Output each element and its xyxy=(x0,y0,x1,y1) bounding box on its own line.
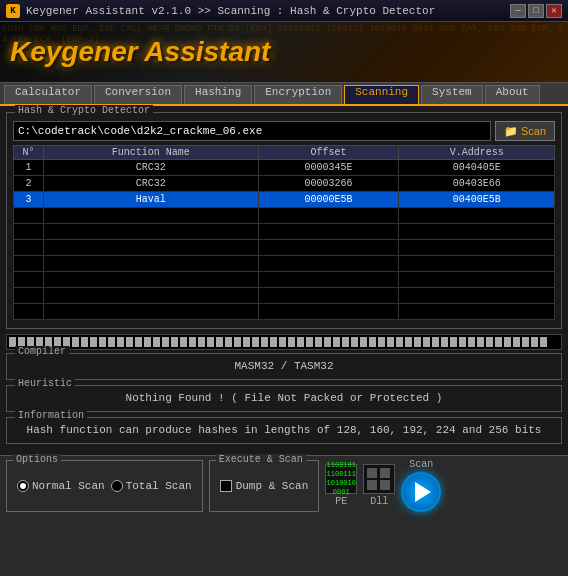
normal-scan-radio[interactable] xyxy=(17,480,29,492)
table-row-empty xyxy=(14,304,555,320)
compiler-label: Compiler xyxy=(15,346,69,357)
progress-segment xyxy=(540,337,547,347)
dll-icon xyxy=(363,464,395,494)
nav-about[interactable]: About xyxy=(485,85,540,104)
information-group: Information Hash function can produce ha… xyxy=(6,417,562,444)
options-group: Options Normal Scan Total Scan xyxy=(6,460,203,512)
execute-scan-group: Execute & Scan Dump & Scan xyxy=(209,460,320,512)
progress-segment xyxy=(459,337,466,347)
nav-hashing[interactable]: Hashing xyxy=(184,85,252,104)
progress-segment xyxy=(126,337,133,347)
filepath-input[interactable] xyxy=(13,121,491,141)
progress-segment xyxy=(414,337,421,347)
title-text: Keygener Assistant v2.1.0 >> Scanning : … xyxy=(26,5,508,17)
banner-title: Keygener Assistant xyxy=(10,36,270,68)
progress-segment xyxy=(360,337,367,347)
progress-segment xyxy=(468,337,475,347)
main-content: Hash & Crypto Detector 📁 Scan N° Functio… xyxy=(0,106,568,455)
progress-segment xyxy=(405,337,412,347)
progress-segment xyxy=(396,337,403,347)
progress-segment xyxy=(72,337,79,347)
information-value: Hash function can produce hashes in leng… xyxy=(13,422,555,438)
minimize-button[interactable]: — xyxy=(510,4,526,18)
table-row[interactable]: 3Haval00000E5B00400E5B xyxy=(14,192,555,208)
folder-icon: 📁 xyxy=(504,125,518,138)
nav-conversion[interactable]: Conversion xyxy=(94,85,182,104)
progress-segment xyxy=(297,337,304,347)
progress-segment xyxy=(108,337,115,347)
maximize-button[interactable]: □ xyxy=(528,4,544,18)
information-label: Information xyxy=(15,410,87,421)
progress-segment xyxy=(486,337,493,347)
progress-segment xyxy=(306,337,313,347)
progress-segment xyxy=(189,337,196,347)
col-n: N° xyxy=(14,146,44,160)
scan-play-box: Scan xyxy=(401,459,441,512)
pe-icon-box[interactable]: 1100101110011110100100001 PE xyxy=(325,464,357,507)
progress-segment xyxy=(423,337,430,347)
progress-segment xyxy=(243,337,250,347)
play-button[interactable] xyxy=(401,472,441,512)
progress-segment xyxy=(450,337,457,347)
progress-segment xyxy=(198,337,205,347)
progress-segment xyxy=(279,337,286,347)
nav-system[interactable]: System xyxy=(421,85,483,104)
heuristic-label: Heuristic xyxy=(15,378,75,389)
compiler-value: MASM32 / TASM32 xyxy=(13,358,555,374)
bottom-bar: Options Normal Scan Total Scan Execute &… xyxy=(0,455,568,515)
progress-segment xyxy=(207,337,214,347)
heuristic-value: Nothing Found ! ( File Not Packed or Pro… xyxy=(13,390,555,406)
progress-segment xyxy=(531,337,538,347)
scan-options: Normal Scan Total Scan xyxy=(17,480,192,492)
hash-crypto-group: Hash & Crypto Detector 📁 Scan N° Functio… xyxy=(6,112,562,329)
dump-scan-option[interactable]: Dump & Scan xyxy=(220,480,309,492)
progress-segment xyxy=(477,337,484,347)
progress-segment xyxy=(513,337,520,347)
normal-scan-option[interactable]: Normal Scan xyxy=(17,480,105,492)
table-row-empty xyxy=(14,208,555,224)
table-row[interactable]: 2CRC320000326600403E66 xyxy=(14,176,555,192)
progress-segment xyxy=(225,337,232,347)
nav-calculator[interactable]: Calculator xyxy=(4,85,92,104)
progress-segment xyxy=(171,337,178,347)
results-table: N° Function Name Offset V.Address 1CRC32… xyxy=(13,145,555,320)
progress-segment xyxy=(387,337,394,347)
navbar: CalculatorConversionHashingEncryptionSca… xyxy=(0,82,568,106)
progress-segment xyxy=(378,337,385,347)
progress-segment xyxy=(315,337,322,347)
total-scan-option[interactable]: Total Scan xyxy=(111,480,192,492)
progress-segment xyxy=(162,337,169,347)
progress-segment xyxy=(252,337,259,347)
nav-encryption[interactable]: Encryption xyxy=(254,85,342,104)
progress-segment xyxy=(180,337,187,347)
progress-segment xyxy=(333,337,340,347)
progress-segment xyxy=(522,337,529,347)
compiler-group: Compiler MASM32 / TASM32 xyxy=(6,353,562,380)
hash-crypto-label: Hash & Crypto Detector xyxy=(15,105,153,116)
progress-segment xyxy=(81,337,88,347)
col-vaddr: V.Address xyxy=(399,146,555,160)
progress-segment xyxy=(234,337,241,347)
nav-scanning[interactable]: Scanning xyxy=(344,85,419,104)
normal-scan-label: Normal Scan xyxy=(32,480,105,492)
progress-segment xyxy=(495,337,502,347)
dll-icon-box[interactable]: Dll xyxy=(363,464,395,507)
total-scan-label: Total Scan xyxy=(126,480,192,492)
progress-segment xyxy=(90,337,97,347)
dll-label: Dll xyxy=(370,496,388,507)
progress-segment xyxy=(216,337,223,347)
progress-segment xyxy=(342,337,349,347)
total-scan-radio[interactable] xyxy=(111,480,123,492)
table-row[interactable]: 1CRC320000345E0040405E xyxy=(14,160,555,176)
progress-segment xyxy=(369,337,376,347)
pe-label: PE xyxy=(335,496,347,507)
table-row-empty xyxy=(14,288,555,304)
table-row-empty xyxy=(14,272,555,288)
dump-scan-checkbox[interactable] xyxy=(220,480,232,492)
table-row-empty xyxy=(14,224,555,240)
progress-bar-container xyxy=(6,334,562,350)
scan-play-label: Scan xyxy=(409,459,433,470)
scan-button[interactable]: 📁 Scan xyxy=(495,121,555,141)
close-button[interactable]: ✕ xyxy=(546,4,562,18)
table-body: 1CRC320000345E0040405E2CRC32000032660040… xyxy=(14,160,555,320)
